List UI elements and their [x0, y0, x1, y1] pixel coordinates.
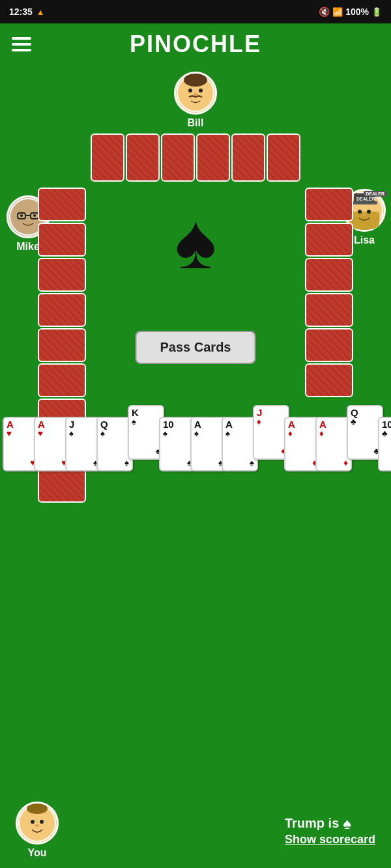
lisa-card-3 [305, 258, 353, 292]
svg-point-9 [20, 214, 23, 217]
bill-card-6 [267, 133, 300, 182]
show-scorecard[interactable]: Show scorecard [285, 833, 375, 847]
alert-icon: ▲ [36, 7, 45, 17]
hand-area: A♥♥A♥♥J♠♠Q♠♠K♠♠10♠♠A♠♠A♠♠J♦♦A♦♦A♦♦Q♣♣10♣… [0, 391, 391, 521]
you-avatar [16, 802, 59, 845]
bill-avatar [174, 72, 217, 115]
lisa-card-1 [305, 188, 353, 221]
trump-suit: ♠ [343, 815, 351, 833]
hamburger-line-1 [12, 37, 31, 40]
battery-label: 100% [345, 7, 369, 17]
bill-card-2 [126, 133, 160, 182]
bottom-player-bar: You Trump is ♠ Show scorecard [0, 802, 391, 859]
lisa-name: Lisa [354, 234, 375, 246]
bill-card-3 [161, 133, 195, 182]
menu-button[interactable] [12, 37, 31, 51]
lisa-card-4 [305, 293, 353, 327]
mike-card-1 [38, 188, 86, 221]
app-title: PINOCHLE [130, 31, 261, 58]
you-name: You [27, 847, 46, 859]
trump-line: Trump is ♠ [285, 815, 351, 833]
bill-card-5 [231, 133, 265, 182]
svg-point-23 [35, 824, 39, 827]
svg-point-22 [40, 820, 44, 824]
lisa-card-5 [305, 328, 353, 362]
mike-card-2 [38, 223, 86, 257]
bill-card-1 [91, 133, 124, 182]
bill-name: Bill [188, 117, 204, 129]
svg-point-18 [363, 214, 366, 216]
svg-point-20 [27, 804, 48, 814]
app-header: PINOCHLE [0, 23, 391, 65]
bill-cards [91, 133, 300, 182]
svg-text:DEALER: DEALER [356, 197, 375, 201]
mike-name: Mike [16, 241, 40, 253]
hamburger-line-2 [12, 43, 31, 46]
lisa-card-2 [305, 223, 353, 257]
center-trump-spade: ♠ [175, 202, 216, 280]
svg-point-1 [184, 74, 207, 87]
hamburger-line-3 [12, 49, 31, 51]
status-left: 12:35 ▲ [9, 7, 45, 17]
mike-card-4 [38, 293, 86, 327]
you-player-info: You [16, 802, 59, 859]
hand-card-12[interactable]: 10♣♣ [378, 417, 391, 471]
svg-point-16 [358, 210, 362, 214]
svg-point-10 [33, 214, 36, 217]
bill-card-4 [196, 133, 230, 182]
hand-cards: A♥♥A♥♥J♠♠Q♠♠K♠♠10♠♠A♠♠A♠♠J♦♦A♦♦A♦♦Q♣♣10♣… [3, 417, 391, 471]
trump-info: Trump is ♠ Show scorecard [285, 815, 375, 847]
status-right: 🔇 📶 100% 🔋 [319, 7, 382, 17]
trump-label: Trump is [285, 816, 339, 831]
time: 12:35 [9, 7, 33, 17]
battery-icon: 🔋 [371, 7, 382, 17]
signal-icon: 📶 [332, 7, 343, 17]
svg-rect-14 [351, 201, 377, 204]
mute-icon: 🔇 [319, 7, 330, 17]
lisa-cards [305, 188, 353, 397]
mike-card-3 [38, 258, 86, 292]
svg-point-17 [367, 210, 371, 214]
player-bill: Bill [174, 72, 217, 129]
mike-card-5 [38, 328, 86, 362]
pass-cards-button[interactable]: Pass Cards [136, 331, 256, 364]
dealer-badge: DEALER [364, 191, 386, 197]
status-bar: 12:35 ▲ 🔇 📶 100% 🔋 [0, 0, 391, 23]
svg-point-3 [199, 89, 203, 92]
svg-point-4 [194, 93, 197, 96]
svg-point-2 [188, 89, 192, 92]
svg-point-21 [31, 820, 35, 824]
